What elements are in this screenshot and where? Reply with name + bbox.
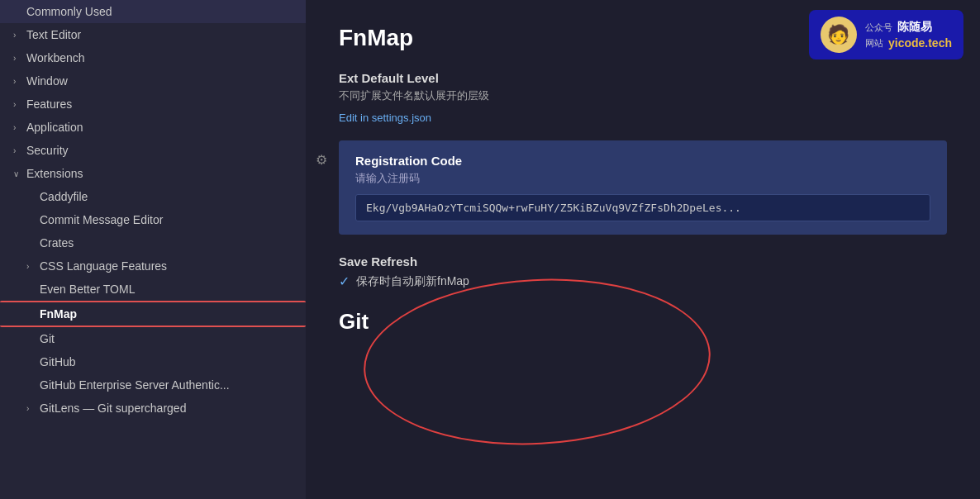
sidebar-item-label: Commonly Used	[26, 5, 293, 18]
sidebar-item-commonly-used[interactable]: Commonly Used	[0, 0, 306, 23]
circle-annotation	[359, 270, 715, 454]
registration-input[interactable]	[355, 194, 930, 221]
sidebar-item-label: Window	[26, 74, 293, 88]
registration-label: Registration Code	[355, 154, 930, 168]
sidebar-item-features[interactable]: ›Features	[0, 93, 306, 116]
sidebar-item-window[interactable]: ›Window	[0, 69, 306, 93]
sidebar-item-application[interactable]: ›Application	[0, 116, 306, 139]
badge-avatar: 🧑	[821, 17, 857, 53]
sidebar-item-label: Crates	[40, 236, 293, 249]
sidebar-item-label: GitHub	[40, 355, 293, 368]
sidebar: Commonly Used›Text Editor›Workbench›Wind…	[0, 0, 306, 499]
registration-block: Registration Code 请输入注册码	[339, 140, 947, 235]
sidebar-item-label: Features	[26, 97, 293, 111]
sidebar-item-label: Caddyfile	[40, 190, 293, 203]
registration-wrapper: ⚙ Registration Code 请输入注册码	[339, 140, 947, 235]
sidebar-item-label: Application	[26, 121, 293, 134]
sidebar-item-label: CSS Language Features	[40, 259, 293, 273]
sidebar-item-fnmap[interactable]: FnMap	[0, 301, 306, 327]
sidebar-item-label: Git	[40, 332, 293, 345]
sidebar-item-git-item[interactable]: Git	[0, 327, 306, 350]
chevron-icon: ›	[13, 100, 26, 109]
chevron-icon: ›	[26, 404, 40, 413]
save-refresh-label: Save Refresh	[339, 254, 947, 269]
sidebar-item-label: Security	[26, 144, 293, 157]
sidebar-item-label: Text Editor	[26, 28, 293, 41]
checkmark-icon: ✓	[339, 273, 350, 289]
chevron-icon: ›	[13, 123, 26, 132]
sidebar-item-security[interactable]: ›Security	[0, 139, 306, 162]
git-section-title: Git	[339, 309, 947, 335]
badge-name1: 陈随易	[897, 20, 932, 35]
main-content: 🧑 公众号 陈随易 网站 yicode.tech FnMap Ext Defau…	[306, 0, 980, 499]
sidebar-item-label: Workbench	[26, 51, 293, 64]
registration-desc: 请输入注册码	[355, 171, 930, 186]
chevron-icon: ›	[13, 31, 26, 40]
sidebar-item-even-better-toml[interactable]: Even Better TOML	[0, 278, 306, 301]
sidebar-item-label: Even Better TOML	[40, 283, 293, 296]
sidebar-item-label: Commit Message Editor	[40, 213, 293, 226]
sidebar-item-label: GitHub Enterprise Server Authentic...	[40, 378, 293, 392]
sidebar-item-workbench[interactable]: ›Workbench	[0, 46, 306, 69]
badge-label2: 网站	[865, 37, 883, 50]
chevron-icon: ›	[13, 146, 26, 155]
sidebar-item-github[interactable]: GitHub	[0, 350, 306, 373]
chevron-icon: ›	[13, 77, 26, 86]
sidebar-item-commit-message-editor[interactable]: Commit Message Editor	[0, 208, 306, 231]
save-refresh-desc: 保存时自动刷新fnMap	[356, 274, 469, 289]
sidebar-item-crates[interactable]: Crates	[0, 231, 306, 254]
sidebar-item-extensions[interactable]: ∨Extensions	[0, 162, 306, 185]
chevron-icon: ›	[13, 54, 26, 63]
sidebar-item-github-enterprise[interactable]: GitHub Enterprise Server Authentic...	[0, 373, 306, 397]
sidebar-item-label: GitLens — Git supercharged	[40, 402, 293, 415]
gear-icon[interactable]: ⚙	[316, 152, 327, 168]
sidebar-item-caddyfile[interactable]: Caddyfile	[0, 185, 306, 208]
ext-default-level-desc: 不同扩展文件名默认展开的层级	[339, 88, 947, 103]
ext-default-level-label: Ext Default Level	[339, 71, 947, 85]
sidebar-item-css-language-features[interactable]: ›CSS Language Features	[0, 254, 306, 278]
badge-label1: 公众号	[865, 21, 892, 34]
sidebar-item-text-editor[interactable]: ›Text Editor	[0, 23, 306, 46]
sidebar-item-label: FnMap	[40, 307, 293, 321]
chevron-icon: ∨	[13, 169, 26, 178]
badge-name2: yicode.tech	[888, 36, 952, 50]
chevron-icon: ›	[26, 262, 40, 271]
badge-text: 公众号 陈随易 网站 yicode.tech	[865, 20, 952, 50]
sidebar-item-gitlens[interactable]: ›GitLens — Git supercharged	[0, 397, 306, 420]
save-refresh-section: Save Refresh ✓ 保存时自动刷新fnMap	[339, 254, 947, 289]
sidebar-item-label: Extensions	[26, 167, 293, 180]
save-refresh-row: ✓ 保存时自动刷新fnMap	[339, 273, 947, 289]
badge: 🧑 公众号 陈随易 网站 yicode.tech	[809, 10, 963, 59]
edit-in-settings-link[interactable]: Edit in settings.json	[339, 112, 431, 124]
